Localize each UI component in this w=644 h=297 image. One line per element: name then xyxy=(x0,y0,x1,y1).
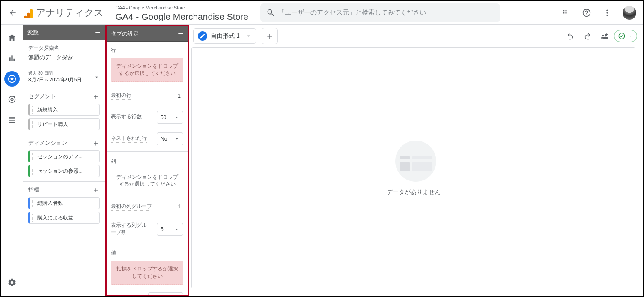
help-icon[interactable] xyxy=(578,4,595,21)
top-bar: アナリティクス GA4 - Google Merchandise Store G… xyxy=(1,1,643,25)
redo-button[interactable] xyxy=(580,28,595,44)
cols-header: 列 xyxy=(111,155,183,167)
dimension-chip-label: セッションのデフ... xyxy=(37,153,83,160)
brand-text: アナリティクス xyxy=(36,6,104,19)
ga-logo-icon xyxy=(23,8,33,18)
svg-rect-12 xyxy=(13,59,15,61)
dimensions-title: ディメンション xyxy=(28,139,67,147)
svg-point-15 xyxy=(11,98,13,101)
col-group-count-label: 表示する列グループ数 xyxy=(111,222,149,237)
segment-chip-label: 新規購入 xyxy=(37,106,58,114)
col-group-count-setting: 表示する列グループ数 5 xyxy=(111,219,183,243)
cell-type-select[interactable]: 棒グラ... xyxy=(148,292,183,295)
segments-title: セグメント xyxy=(28,93,56,100)
chevron-down-icon xyxy=(174,227,179,232)
exploration-tab[interactable]: 自由形式 1 xyxy=(193,28,256,44)
first-row-value[interactable]: 1 xyxy=(175,90,183,102)
svg-rect-6 xyxy=(566,12,567,13)
canvas-body: データがありません xyxy=(191,47,635,288)
metric-chip-label: 購入による収益 xyxy=(37,214,73,222)
metrics-section: 指標 ＋ 総購入者数 購入による収益 xyxy=(23,182,105,228)
chevron-down-icon xyxy=(174,115,179,120)
search-icon xyxy=(263,8,278,18)
variables-panel-header[interactable]: 変数 − xyxy=(23,25,105,40)
property-breadcrumb: GA4 - Google Merchandise Store xyxy=(116,5,249,11)
variables-panel-title: 変数 xyxy=(27,29,39,36)
cell-type-setting: セルタイプ 棒グラ... xyxy=(111,290,183,295)
brand-block[interactable]: アナリティクス xyxy=(23,6,108,19)
svg-rect-18 xyxy=(9,120,15,121)
cell-type-label: セルタイプ xyxy=(111,294,137,295)
svg-rect-25 xyxy=(412,162,432,171)
share-button[interactable] xyxy=(597,28,612,44)
svg-point-16 xyxy=(13,96,15,98)
add-tab-button[interactable]: ＋ xyxy=(262,28,278,44)
metric-chip[interactable]: 総購入者数 xyxy=(28,197,100,209)
drag-handle-icon xyxy=(32,153,35,160)
apps-icon[interactable] xyxy=(558,4,575,21)
svg-rect-5 xyxy=(563,12,564,13)
svg-point-9 xyxy=(606,15,608,16)
date-range: 8月7日～2022年9月5日 xyxy=(28,76,82,84)
nav-configure[interactable] xyxy=(4,112,20,128)
drag-handle-icon xyxy=(32,106,35,114)
first-col-group-value[interactable]: 1 xyxy=(175,200,183,213)
exploration-name-value[interactable]: 無題のデータ探索 xyxy=(28,54,100,61)
variables-panel: 変数 − データ探索名: 無題のデータ探索 過去 30 日間 8月7日～2022… xyxy=(23,25,105,296)
row-count-label: 表示する行数 xyxy=(111,113,142,121)
drag-handle-icon xyxy=(32,200,35,207)
date-range-section[interactable]: 過去 30 日間 8月7日～2022年9月5日 xyxy=(23,66,105,88)
dimension-chip-label: セッションの参照... xyxy=(37,168,83,175)
dimension-chip[interactable]: セッションの参照... xyxy=(28,165,100,177)
search-placeholder: 「ユーザーのアクセス元」と検索してみてください xyxy=(278,9,426,17)
svg-rect-1 xyxy=(27,12,30,18)
property-selector[interactable]: GA4 - Google Merchandise Store GA4 - Goo… xyxy=(111,3,254,21)
property-name: GA4 - Google Merchandise Store xyxy=(116,11,249,22)
edit-icon xyxy=(198,31,207,41)
more-menu-icon[interactable] xyxy=(599,4,616,21)
undo-button[interactable] xyxy=(563,28,578,44)
row-count-select[interactable]: 50 xyxy=(157,111,183,124)
chevron-down-icon xyxy=(246,33,252,39)
values-drop-zone[interactable]: 指標をドロップするか選択してください xyxy=(111,261,183,285)
svg-point-2 xyxy=(24,15,27,18)
cols-drop-zone[interactable]: ディメンションをドロップするか選択してください xyxy=(111,169,183,193)
empty-state-icon xyxy=(390,140,437,178)
exploration-name-section[interactable]: データ探索名: 無題のデータ探索 xyxy=(23,40,105,66)
data-quality-status[interactable] xyxy=(614,30,637,42)
tab-settings-header[interactable]: タブの設定 − xyxy=(107,26,188,42)
values-header: 値 xyxy=(111,247,183,259)
svg-rect-19 xyxy=(9,122,15,123)
dimension-chip[interactable]: セッションのデフ... xyxy=(28,150,100,162)
svg-rect-23 xyxy=(400,162,410,171)
first-col-group-setting: 最初の列グループ 1 xyxy=(111,198,183,219)
tab-settings-panel: タブの設定 − 行 ディメンションをドロップするか選択してください 最初の行 1… xyxy=(105,25,189,296)
search-input[interactable]: 「ユーザーのアクセス元」と検索してみてください xyxy=(260,3,500,22)
user-avatar[interactable] xyxy=(623,6,636,20)
back-button[interactable] xyxy=(4,4,21,21)
nav-reports[interactable] xyxy=(4,51,20,66)
nested-rows-label: ネストされた行 xyxy=(111,135,147,143)
nested-rows-setting: ネストされた行 No xyxy=(111,130,183,151)
tab-settings-title: タブの設定 xyxy=(111,30,139,38)
metrics-title: 指標 xyxy=(28,186,39,194)
svg-point-7 xyxy=(606,9,608,11)
exploration-name-label: データ探索名: xyxy=(28,45,100,52)
col-group-count-select[interactable]: 5 xyxy=(157,223,183,236)
segment-chip[interactable]: 新規購入 xyxy=(28,104,100,116)
metric-chip[interactable]: 購入による収益 xyxy=(28,212,100,224)
chevron-down-icon xyxy=(174,136,179,141)
nested-rows-select[interactable]: No xyxy=(157,132,183,145)
segment-chip-label: リピート購入 xyxy=(37,121,68,128)
segment-chip[interactable]: リピート購入 xyxy=(28,118,100,130)
nav-explore[interactable] xyxy=(4,71,20,87)
svg-point-8 xyxy=(606,12,608,13)
nav-home[interactable] xyxy=(4,30,20,45)
canvas-area: 自由形式 1 ＋ xyxy=(190,25,643,296)
left-nav-rail xyxy=(1,25,23,296)
first-row-setting: 最初の行 1 xyxy=(111,87,183,108)
nav-admin-settings[interactable] xyxy=(4,275,20,290)
rows-drop-zone[interactable]: ディメンションをドロップするか選択してください xyxy=(111,58,183,82)
svg-point-21 xyxy=(395,141,436,182)
nav-advertising[interactable] xyxy=(4,92,20,107)
